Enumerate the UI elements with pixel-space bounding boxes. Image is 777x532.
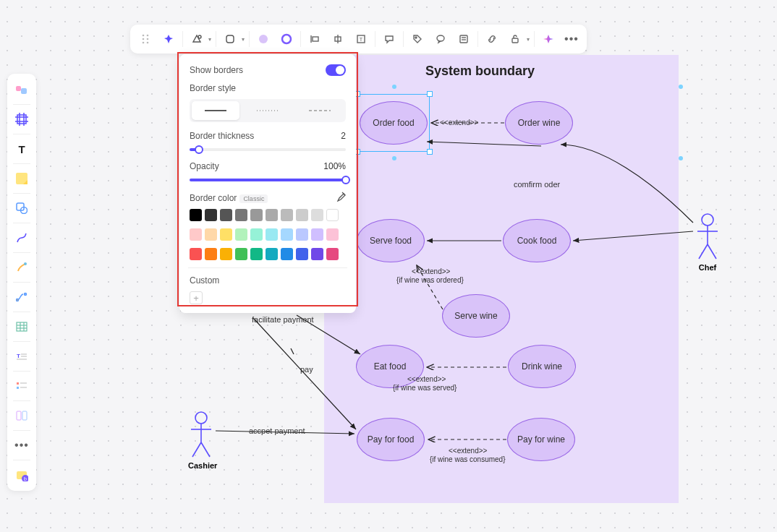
color-swatch[interactable]	[296, 209, 308, 221]
color-swatch[interactable]	[220, 248, 232, 260]
border-thickness-slider[interactable]	[190, 148, 346, 151]
color-swatch[interactable]	[266, 209, 278, 221]
border-style-segment	[190, 99, 346, 122]
chevron-down-icon[interactable]: ▾	[242, 36, 245, 43]
svg-rect-22	[17, 382, 19, 385]
svg-point-49	[437, 35, 444, 41]
border-color-icon[interactable]	[277, 30, 296, 48]
svg-point-32	[147, 35, 149, 37]
svg-line-57	[192, 442, 201, 457]
add-custom-color-button[interactable]: +	[190, 291, 203, 304]
text-block-icon[interactable]: T	[10, 345, 33, 368]
more-icon[interactable]: •••	[562, 30, 581, 48]
chat-icon[interactable]	[431, 30, 450, 48]
border-style-solid[interactable]	[192, 101, 239, 120]
color-swatch[interactable]	[311, 209, 323, 221]
color-swatch[interactable]	[205, 248, 217, 260]
color-swatch[interactable]	[326, 209, 339, 221]
text-tool-icon[interactable]: T	[10, 137, 33, 160]
color-swatch[interactable]	[220, 228, 232, 241]
svg-point-36	[147, 42, 149, 44]
chevron-down-icon[interactable]: ▾	[527, 36, 530, 43]
ai-icon[interactable]	[539, 30, 558, 48]
svg-point-12	[25, 293, 27, 296]
shape-tool-icon[interactable]	[10, 197, 33, 220]
fill-color-icon[interactable]	[254, 30, 273, 48]
color-swatch[interactable]	[311, 228, 323, 241]
color-swatch[interactable]	[205, 228, 217, 241]
color-swatch[interactable]	[326, 228, 339, 241]
shape-picker-icon[interactable]	[221, 30, 239, 48]
color-swatch[interactable]	[281, 248, 293, 260]
color-swatch[interactable]	[311, 248, 323, 260]
selection-connector-dot[interactable]	[392, 85, 396, 89]
chevron-down-icon[interactable]: ▾	[208, 36, 211, 43]
border-style-dashed[interactable]	[296, 101, 344, 120]
color-swatch[interactable]	[326, 248, 339, 260]
color-swatch[interactable]	[250, 228, 263, 241]
frame-tool-icon[interactable]	[10, 108, 33, 131]
selection-connector-dot[interactable]	[392, 156, 396, 160]
pin-icon[interactable]	[159, 30, 178, 48]
kanban-tool-icon[interactable]	[10, 404, 33, 427]
align-center-icon[interactable]	[328, 30, 347, 48]
speech-bubble-icon[interactable]	[380, 30, 399, 48]
list-tool-icon[interactable]	[10, 374, 33, 398]
link-icon[interactable]	[483, 30, 501, 48]
color-swatch[interactable]	[205, 209, 217, 221]
edge-label-accept: accpet payment	[249, 426, 305, 435]
curve-tool-icon[interactable]	[10, 226, 33, 249]
color-swatch[interactable]	[250, 209, 263, 221]
shape-type-icon[interactable]	[187, 30, 206, 48]
color-swatch[interactable]	[220, 209, 232, 221]
logo-icon[interactable]	[10, 78, 33, 101]
templates-icon[interactable]: b	[10, 463, 33, 486]
connector-tool-icon[interactable]	[10, 286, 33, 309]
color-swatch[interactable]	[250, 248, 263, 260]
pen-tool-icon[interactable]	[10, 256, 33, 279]
tag-icon[interactable]	[408, 30, 427, 48]
color-swatch[interactable]	[235, 228, 247, 241]
use-case-cook-food[interactable]: Cook food	[503, 219, 571, 262]
border-style-dotted[interactable]	[244, 101, 292, 120]
svg-line-63	[708, 244, 716, 259]
selection-connector-dot[interactable]	[679, 156, 683, 160]
use-case-pay-wine[interactable]: Pay for wine	[507, 418, 575, 461]
color-swatch[interactable]	[296, 228, 308, 241]
color-swatch[interactable]	[266, 248, 278, 260]
use-case-order-wine[interactable]: Order wine	[505, 101, 573, 145]
color-swatch[interactable]	[281, 228, 293, 241]
align-left-icon[interactable]	[305, 30, 324, 48]
svg-text:T: T	[360, 36, 363, 43]
use-case-drink-wine[interactable]: Drink wine	[508, 345, 576, 388]
color-swatch[interactable]	[266, 228, 278, 241]
show-borders-toggle[interactable]	[326, 64, 346, 76]
actor-chef[interactable]: Chef	[695, 213, 721, 272]
color-swatch[interactable]	[190, 248, 202, 260]
actor-cashier[interactable]: Cashier	[188, 411, 217, 470]
drag-handle-icon[interactable]	[136, 30, 155, 48]
text-align-icon[interactable]: T	[352, 30, 370, 48]
svg-rect-27	[22, 411, 27, 420]
opacity-slider[interactable]	[190, 179, 346, 181]
use-case-pay-food[interactable]: Pay for food	[357, 418, 425, 461]
edge-label-extend: <<extend>>	[407, 375, 446, 383]
lock-icon[interactable]	[506, 30, 525, 48]
selection-box[interactable]	[357, 94, 430, 152]
table-tool-icon[interactable]	[10, 315, 33, 338]
use-case-serve-wine[interactable]: Serve wine	[442, 294, 510, 338]
selection-connector-dot[interactable]	[679, 85, 683, 89]
more-tools-icon[interactable]: •••	[10, 434, 33, 457]
color-swatch[interactable]	[190, 228, 202, 241]
svg-text:b: b	[24, 476, 27, 481]
note-icon[interactable]	[454, 30, 473, 48]
color-swatch[interactable]	[190, 209, 202, 221]
selection-toolbar: ▾ ▾ T ▾ •••	[130, 25, 587, 53]
eyedropper-icon[interactable]	[336, 192, 346, 205]
use-case-serve-food[interactable]: Serve food	[357, 219, 425, 262]
sticky-note-icon[interactable]	[10, 167, 33, 190]
color-swatch[interactable]	[235, 248, 247, 260]
color-swatch[interactable]	[281, 209, 293, 221]
color-swatch[interactable]	[235, 209, 247, 221]
color-swatch[interactable]	[296, 248, 308, 260]
